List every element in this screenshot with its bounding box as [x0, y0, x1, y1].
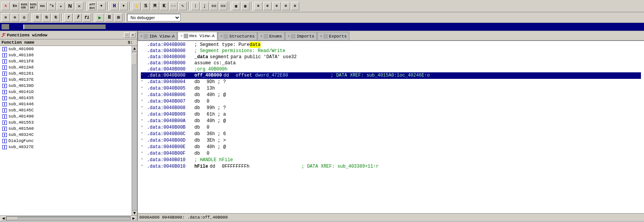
- en-btn[interactable]: En: [11, 2, 19, 10]
- tab-exports[interactable]: ✕Exports: [317, 32, 349, 40]
- list-item[interactable]: f sub_401435: [0, 95, 132, 101]
- dropdown2[interactable]: ▼: [119, 2, 128, 10]
- win2-btn[interactable]: ⊞: [11, 13, 19, 22]
- cross3-btn[interactable]: ⊕: [272, 2, 281, 10]
- cross2-btn[interactable]: ⊗: [263, 2, 272, 10]
- k-btn[interactable]: K: [160, 2, 168, 10]
- list-item[interactable]: f sub_401186: [0, 52, 132, 58]
- cross5-btn[interactable]: ⊕: [291, 2, 299, 10]
- functions-scrollbar[interactable]: ▲ ▼: [132, 46, 137, 215]
- oth-btn[interactable]: 0d1: [38, 2, 47, 10]
- table-row[interactable]: *.data:0040B00Cdb36h ; 6: [141, 131, 641, 137]
- gear-btn[interactable]: ⚙: [20, 13, 28, 22]
- list-item[interactable]: f DialogFunc: [0, 138, 132, 144]
- tab-close-btn[interactable]: ✕: [180, 34, 182, 38]
- table-row[interactable]: *.data:0040B004db9Dh ; ?: [141, 79, 641, 85]
- colon-btn[interactable]: :: [191, 2, 200, 10]
- list-item[interactable]: f sub_401000: [0, 46, 132, 52]
- pause-btn[interactable]: ⏸: [105, 13, 113, 22]
- m-btn[interactable]: M: [151, 2, 159, 10]
- dat-btn[interactable]: 0191DAT: [29, 2, 37, 10]
- cross4-btn[interactable]: ⊗: [282, 2, 290, 10]
- f1-btn[interactable]: f: [64, 13, 73, 22]
- list-item[interactable]: f sub_401490: [0, 113, 132, 119]
- hscroll-thumb[interactable]: [7, 217, 18, 220]
- s-btn[interactable]: S: [142, 2, 150, 10]
- table-row[interactable]: *.data:0040B006db40h ; @: [141, 92, 641, 98]
- tab-close-btn[interactable]: ✕: [220, 34, 222, 38]
- graph2-btn[interactable]: ▦: [241, 2, 249, 10]
- list-item[interactable]: f sub_40145C: [0, 107, 132, 113]
- scroll-up-btn[interactable]: ▲: [132, 46, 137, 51]
- cod-btn[interactable]: 0191COD: [20, 2, 28, 10]
- table-row[interactable]: *.data:0040B010; HANDLE hFile: [141, 157, 641, 163]
- table-row[interactable]: *.data:0040B007db0: [141, 98, 641, 105]
- hscroll-right-btn[interactable]: ►: [131, 216, 136, 221]
- ns-btn[interactable]: "s: [47, 2, 56, 10]
- cross1-btn[interactable]: ⊕: [254, 2, 262, 10]
- semicolon-btn[interactable]: ;: [201, 2, 209, 10]
- tab-close-btn[interactable]: ✕: [140, 34, 142, 38]
- list-item[interactable]: f sub_40141D: [0, 89, 132, 95]
- table-row[interactable]: *.data:0040B00Edb40h ; @: [141, 144, 641, 150]
- disasm-icon[interactable]: A: [2, 2, 10, 10]
- grid2-btn[interactable]: ≡≡: [219, 2, 227, 10]
- dropdown1[interactable]: ▼: [97, 2, 106, 10]
- debugger-select[interactable]: No debugger: [127, 14, 181, 21]
- h-btn[interactable]: H: [110, 2, 119, 10]
- win1-btn[interactable]: ⊞: [2, 13, 10, 22]
- close-btn[interactable]: ✕: [75, 2, 83, 10]
- table-row[interactable]: .data:0040B000_datasegmentpara public 'D…: [141, 54, 641, 60]
- list-item[interactable]: f sub_401446: [0, 101, 132, 107]
- table-row[interactable]: *.data:0040B00Ddb3Eh ; >: [141, 137, 641, 144]
- tab-close-btn[interactable]: ✕: [320, 34, 322, 38]
- list-item[interactable]: f sub_401261: [0, 70, 132, 77]
- arrow-btn[interactable]: ←→: [169, 2, 178, 10]
- tab-ida-view-a[interactable]: ✕IDA View-A: [138, 32, 177, 40]
- play-btn[interactable]: ▶: [96, 13, 104, 22]
- table-row[interactable]: .data:0040B000; Segment permissions: Rea…: [141, 48, 641, 54]
- copy2-btn[interactable]: ⎗: [42, 13, 51, 22]
- list-item[interactable]: f sub_4012A6: [0, 64, 132, 70]
- list-item[interactable]: f sub_4011F8: [0, 58, 132, 64]
- tab-close-btn[interactable]: ✕: [288, 34, 290, 38]
- tab-imports[interactable]: ✕Imports: [285, 32, 317, 40]
- pencil-btn[interactable]: ✎: [178, 2, 187, 10]
- n-btn[interactable]: N: [66, 2, 74, 10]
- list-item[interactable]: f sub_40324C: [0, 132, 132, 138]
- tab-structures[interactable]: ✕Structures: [218, 32, 257, 40]
- f2-btn[interactable]: f̃: [73, 13, 82, 22]
- tab-hex-view-a[interactable]: ✕Hex View-A: [178, 32, 217, 40]
- table-row[interactable]: *.data:0040B010hFiledd0FFFFFFFFh; DATA X…: [141, 163, 641, 170]
- hook-btn[interactable]: 🪝: [132, 2, 141, 10]
- list-item[interactable]: f sub_40327E: [0, 144, 132, 150]
- off-btn[interactable]: offdst: [88, 2, 96, 10]
- list-item[interactable]: f sub_40139D: [0, 83, 132, 89]
- tab-enums[interactable]: ✕Enums: [258, 32, 284, 40]
- table-row[interactable]: *.data:0040B00Adb40h ; @: [141, 118, 641, 124]
- stop-btn[interactable]: ⏹: [114, 13, 122, 22]
- grid1-btn[interactable]: ≡≡: [210, 2, 218, 10]
- table-row[interactable]: *.data:0040B005db13h: [141, 85, 641, 92]
- table-row[interactable]: *.data:0040B00Fdb0: [141, 150, 641, 157]
- table-row[interactable]: *.data:0040B009db61h ; a: [141, 111, 641, 118]
- table-row[interactable]: *.data:0040B00Bdb0: [141, 124, 641, 131]
- hscroll-left-btn[interactable]: ◄: [1, 216, 6, 221]
- tab-close-btn[interactable]: ✕: [260, 34, 262, 38]
- graph1-btn[interactable]: ▦: [232, 2, 240, 10]
- copy1-btn[interactable]: ⎘: [33, 13, 41, 22]
- table-row[interactable]: .data:0040B000; Segment type: Pure data: [141, 42, 641, 48]
- panel-close-btn[interactable]: ✕: [130, 33, 135, 38]
- panel-restore-btn[interactable]: □: [124, 33, 129, 38]
- list-item[interactable]: f sub_401553: [0, 119, 132, 126]
- table-row[interactable]: .data:0040B000assume cs:_data: [141, 60, 641, 66]
- table-row[interactable]: *.data:0040B000off_40B000ddoffset dword_…: [141, 72, 641, 79]
- table-row[interactable]: *.data:0040B008db99h ; ?: [141, 105, 641, 111]
- scroll-down-btn[interactable]: ▼: [132, 210, 137, 215]
- copy3-btn[interactable]: ⎗: [51, 13, 60, 22]
- scroll-thumb[interactable]: [132, 53, 137, 65]
- list-item[interactable]: f sub_40137E: [0, 77, 132, 83]
- table-row[interactable]: .data:0040B000;org 40B000h: [141, 66, 641, 72]
- star-btn[interactable]: ★: [57, 2, 65, 10]
- list-item[interactable]: f sub_4015A0: [0, 126, 132, 132]
